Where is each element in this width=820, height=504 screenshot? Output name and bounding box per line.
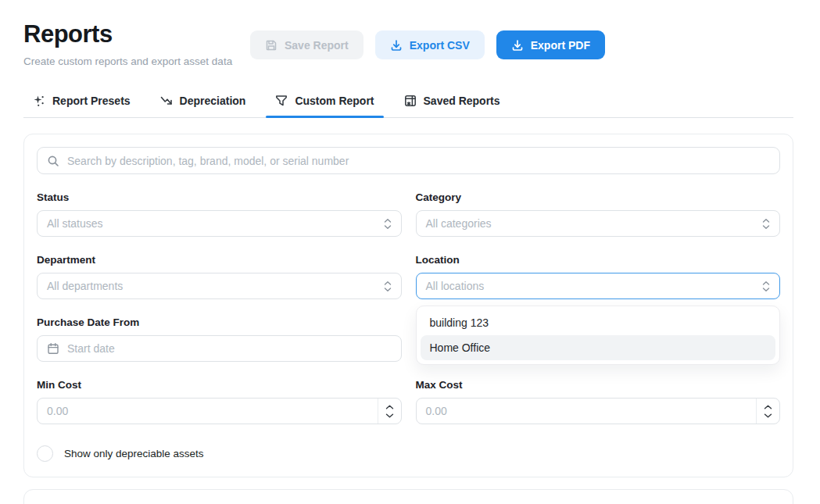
save-icon	[265, 39, 278, 52]
category-field: Category All categories	[416, 191, 781, 237]
title-block: Reports Create custom reports and export…	[23, 20, 250, 67]
page-subtitle: Create custom reports and export asset d…	[23, 55, 250, 67]
filter-row-cost: Min Cost 0.00 Max Cost 0.00	[37, 379, 780, 424]
search-box	[37, 147, 780, 174]
download-icon	[511, 39, 524, 52]
min-cost-input[interactable]: 0.00	[37, 398, 402, 424]
max-cost-placeholder: 0.00	[426, 405, 757, 417]
export-csv-label: Export CSV	[410, 39, 470, 52]
search-input[interactable]	[67, 155, 770, 167]
chevron-up-down-icon	[384, 281, 392, 292]
filter-row-department-location: Department All departments Location All …	[37, 254, 780, 299]
chevron-down-icon	[764, 413, 772, 418]
department-label: Department	[37, 254, 402, 266]
min-cost-field: Min Cost 0.00	[37, 379, 402, 424]
purchase-date-from-placeholder: Start date	[67, 342, 392, 355]
report-tabs: Report Presets Depreciation Custom Repor…	[23, 95, 793, 118]
sparkles-icon	[33, 95, 45, 107]
status-select[interactable]: All statuses	[37, 210, 402, 237]
calendar-icon	[47, 342, 59, 355]
tab-label: Custom Report	[295, 95, 374, 107]
depreciable-filter-row: Show only depreciable assets	[37, 445, 780, 462]
number-stepper[interactable]	[756, 399, 779, 424]
reports-page: Reports Create custom reports and export…	[0, 0, 820, 504]
tab-saved-reports[interactable]: Saved Reports	[395, 95, 510, 117]
tab-label: Report Presets	[52, 95, 131, 107]
max-cost-input[interactable]: 0.00	[416, 398, 781, 424]
department-select[interactable]: All departments	[37, 273, 402, 299]
save-report-label: Save Report	[285, 39, 349, 52]
saved-reports-icon	[404, 95, 417, 107]
max-cost-field: Max Cost 0.00	[416, 379, 781, 424]
tab-label: Saved Reports	[424, 95, 500, 107]
depreciable-checkbox[interactable]	[37, 445, 53, 462]
status-field: Status All statuses	[37, 191, 402, 237]
tab-depreciation[interactable]: Depreciation	[151, 95, 256, 117]
status-label: Status	[37, 191, 402, 203]
location-select-value: All locations	[426, 280, 763, 292]
location-option[interactable]: Home Office	[421, 335, 776, 360]
save-report-button[interactable]: Save Report	[250, 30, 363, 59]
chevron-up-icon	[385, 405, 394, 409]
purchase-date-from-field: Purchase Date From Start date	[37, 316, 402, 362]
chevron-up-down-icon	[762, 281, 770, 292]
department-select-value: All departments	[47, 280, 384, 292]
location-option[interactable]: building 123	[421, 310, 776, 335]
export-pdf-label: Export PDF	[531, 39, 590, 52]
page-title: Reports	[23, 20, 250, 48]
download-icon	[390, 39, 403, 52]
export-csv-button[interactable]: Export CSV	[375, 30, 485, 59]
results-card: Results: 24 assets	[23, 489, 793, 504]
number-stepper[interactable]	[378, 399, 401, 424]
min-cost-label: Min Cost	[37, 379, 402, 391]
purchase-date-from-input[interactable]: Start date	[37, 335, 402, 362]
tab-custom-report[interactable]: Custom Report	[266, 95, 383, 117]
max-cost-label: Max Cost	[416, 379, 781, 391]
status-select-value: All statuses	[47, 217, 384, 230]
location-label: Location	[416, 254, 781, 266]
category-label: Category	[416, 191, 781, 203]
location-options-dropdown: building 123 Home Office	[416, 306, 781, 365]
tab-report-presets[interactable]: Report Presets	[23, 95, 140, 117]
filter-row-status-category: Status All statuses Category All categor…	[37, 191, 780, 237]
depreciable-checkbox-label: Show only depreciable assets	[64, 448, 204, 459]
min-cost-placeholder: 0.00	[47, 405, 378, 417]
page-header: Reports Create custom reports and export…	[23, 0, 793, 67]
location-select[interactable]: All locations	[416, 273, 781, 299]
chevron-down-icon	[385, 413, 394, 418]
filter-funnel-icon	[275, 95, 288, 107]
purchase-date-from-label: Purchase Date From	[37, 316, 402, 328]
custom-report-filters-card: Status All statuses Category All categor…	[23, 134, 793, 477]
search-icon	[47, 155, 59, 167]
tab-label: Depreciation	[180, 95, 246, 107]
header-buttons: Save Report Export CSV	[250, 30, 605, 59]
location-field: Location All locations building 123 Home…	[416, 254, 781, 299]
department-field: Department All departments	[37, 254, 402, 299]
category-select[interactable]: All categories	[416, 210, 781, 237]
export-pdf-button[interactable]: Export PDF	[496, 30, 605, 59]
chevron-up-down-icon	[384, 218, 392, 230]
chevron-up-down-icon	[762, 218, 770, 230]
category-select-value: All categories	[426, 217, 763, 230]
chevron-up-icon	[764, 405, 772, 409]
trending-down-icon	[160, 95, 173, 107]
